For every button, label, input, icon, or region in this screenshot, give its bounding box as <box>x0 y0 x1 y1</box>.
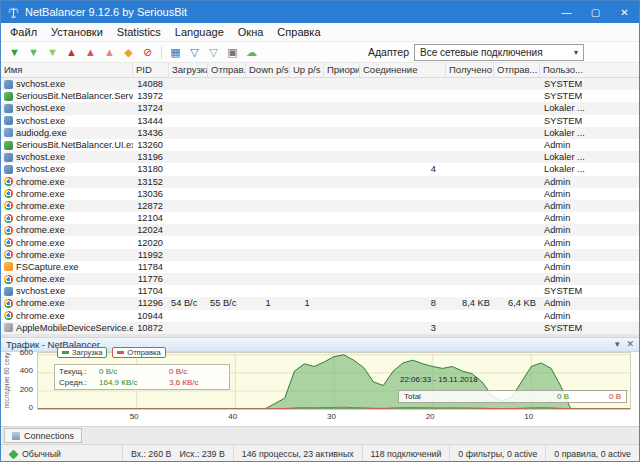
maximize-button[interactable]: ▢ <box>581 1 610 23</box>
cell-pid: 14088 <box>133 79 169 89</box>
table-row[interactable]: chrome.exe13152Admin <box>1 176 639 188</box>
window-controls: — ▢ ✕ <box>552 1 639 23</box>
cell-user: Lokaler ... <box>540 164 639 174</box>
table-header: ИмяPIDЗагрузкаОтправ...Down p/sUp p/sПри… <box>1 63 639 78</box>
table-row[interactable]: chrome.exe12020Admin <box>1 236 639 248</box>
table-row[interactable]: audiodg.exe13436Lokaler ... <box>1 127 639 139</box>
sync-icon[interactable]: ☁ <box>243 44 260 61</box>
tab-connections[interactable]: Connections <box>4 428 82 443</box>
menu-item[interactable]: Файл <box>3 23 44 41</box>
table-row[interactable]: chrome.exe10944Admin <box>1 310 639 322</box>
menu-item[interactable]: Statistics <box>110 23 168 41</box>
process-table-body: svchost.exe14088SYSTEMSeriousBit.NetBala… <box>1 78 639 334</box>
column-header[interactable]: Пользо... <box>540 63 640 77</box>
column-header[interactable]: Соединение <box>360 63 446 77</box>
menu-item[interactable]: Language <box>168 23 231 41</box>
cell-name: SeriousBit.NetBalancer.Servic... <box>1 91 133 101</box>
column-header[interactable]: Отправ... <box>208 63 246 77</box>
menu-item[interactable]: Справка <box>270 23 327 41</box>
priority-upload-high-icon[interactable]: ▲ <box>63 44 80 61</box>
chrome-app-icon <box>4 311 13 320</box>
column-header[interactable]: PID <box>133 63 169 77</box>
priority-download-normal-icon[interactable]: ▼ <box>25 44 42 61</box>
table-row[interactable]: chrome.exe12024Admin <box>1 224 639 236</box>
cell-name: AppleMobileDeviceService.exe <box>1 323 133 333</box>
table-row[interactable]: svchost.exe14088SYSTEM <box>1 78 639 90</box>
block-icon[interactable]: ⊘ <box>139 44 156 61</box>
column-header[interactable]: Имя <box>1 63 133 77</box>
chart-plot[interactable]: Текущ.: 0 В/с 0 В/с Средн.: 164,9 КВ/с 3… <box>37 352 631 410</box>
legend-download: Загрузка <box>57 347 107 358</box>
status-segments: Вх.: 260 В Исх.: 239 В 146 процессы, 23 … <box>122 445 639 462</box>
adapter-label: Адаптер <box>368 46 409 58</box>
mode-selector[interactable]: Обычный <box>1 445 70 462</box>
table-row[interactable]: AppleMobileDeviceService.exe108723SYSTEM <box>1 322 639 334</box>
cell-user: Admin <box>540 177 639 187</box>
table-row[interactable]: chrome.exe12872Admin <box>1 200 639 212</box>
x-tick-label: 20 <box>426 412 435 421</box>
table-row[interactable]: svchost.exe13196Lokaler ... <box>1 151 639 163</box>
priority-upload-low-icon[interactable]: ▲ <box>101 44 118 61</box>
table-row[interactable]: svchost.exe13724Lokaler ... <box>1 102 639 114</box>
filters-icon[interactable]: ▽ <box>186 44 203 61</box>
cell-pid: 13036 <box>133 189 169 199</box>
cell-pid: 13260 <box>133 140 169 150</box>
close-panel-icon[interactable]: ✕ <box>626 338 634 351</box>
table-row[interactable]: SeriousBit.NetBalancer.UI.exe13260Admin <box>1 139 639 151</box>
average-upload-value: 3,6 КВ/с <box>169 378 225 387</box>
legend-upload: Отправка <box>112 347 165 358</box>
column-header[interactable]: Получено <box>446 63 494 77</box>
svchost-app-icon <box>4 104 13 113</box>
table-row[interactable]: svchost.exe131804Lokaler ... <box>1 163 639 175</box>
table-row[interactable]: chrome.exe11776Admin <box>1 273 639 285</box>
panels-icon[interactable]: ▣ <box>224 44 241 61</box>
table-row[interactable]: SeriousBit.NetBalancer.Servic...13972SYS… <box>1 90 639 102</box>
total-download-value: 0 В <box>557 392 569 401</box>
svchost-app-icon <box>4 153 13 162</box>
column-header[interactable]: Приори... <box>324 63 360 77</box>
total-upload-value: 0 В <box>609 392 621 401</box>
cell-name: chrome.exe <box>1 298 133 308</box>
cell-connections: 4 <box>360 164 446 174</box>
table-row[interactable]: chrome.exe12104Admin <box>1 212 639 224</box>
column-header[interactable]: Up p/s <box>290 63 324 77</box>
show-traffic-chart-icon[interactable]: ▦ <box>167 44 184 61</box>
cell-name: chrome.exe <box>1 201 133 211</box>
cell-pid: 12104 <box>133 213 169 223</box>
column-header[interactable]: Down p/s <box>246 63 290 77</box>
rules-icon[interactable]: ▽ <box>205 44 222 61</box>
mode-label: Обычный <box>22 449 61 459</box>
table-row[interactable]: svchost.exe13444SYSTEM <box>1 115 639 127</box>
status-connections: 118 подключений <box>362 445 450 462</box>
table-row[interactable]: chrome.exe11992Admin <box>1 249 639 261</box>
column-header[interactable]: Загрузка <box>169 63 208 77</box>
cell-connections: 8 <box>360 298 446 308</box>
priority-download-low-icon[interactable]: ▼ <box>44 44 61 61</box>
cell-pid: 13444 <box>133 116 169 126</box>
priority-download-high-icon[interactable]: ▼ <box>6 44 23 61</box>
x-tick-label: 30 <box>327 412 336 421</box>
limit-icon[interactable]: ◆ <box>120 44 137 61</box>
close-button[interactable]: ✕ <box>610 1 639 23</box>
toolbar: ▼▼▼▲▲▲◆⊘▦▽▽▣☁ Адаптер Все сетевые подклю… <box>1 42 639 63</box>
table-row[interactable]: FSCapture.exe11784Admin <box>1 261 639 273</box>
status-processes: 146 процессы, 23 активных <box>233 445 362 462</box>
priority-upload-normal-icon[interactable]: ▲ <box>82 44 99 61</box>
cell-pid: 13196 <box>133 152 169 162</box>
toolbar-icons: ▼▼▼▲▲▲◆⊘▦▽▽▣☁ <box>5 44 261 61</box>
status-in-value: Вх.: 260 В <box>131 449 172 459</box>
adapter-select[interactable]: Все сетевые подключения ▾ <box>414 44 584 61</box>
y-tick-label: 400 <box>20 366 33 375</box>
minimize-button[interactable]: — <box>552 1 581 23</box>
cell-user: SYSTEM <box>540 79 639 89</box>
pin-icon[interactable]: ▾ <box>615 338 620 351</box>
table-row[interactable]: chrome.exe1129654 В/с55 В/с1188,4 KB6,4 … <box>1 297 639 309</box>
cell-user: Admin <box>540 262 639 272</box>
menu-item[interactable]: Окна <box>231 23 271 41</box>
column-header[interactable]: Отправ... <box>494 63 540 77</box>
cell-user: Admin <box>540 225 639 235</box>
menu-item[interactable]: Установки <box>44 23 110 41</box>
table-row[interactable]: chrome.exe13036Admin <box>1 188 639 200</box>
cell-name: svchost.exe <box>1 152 133 162</box>
table-row[interactable]: svchost.exe11704SYSTEM <box>1 285 639 297</box>
